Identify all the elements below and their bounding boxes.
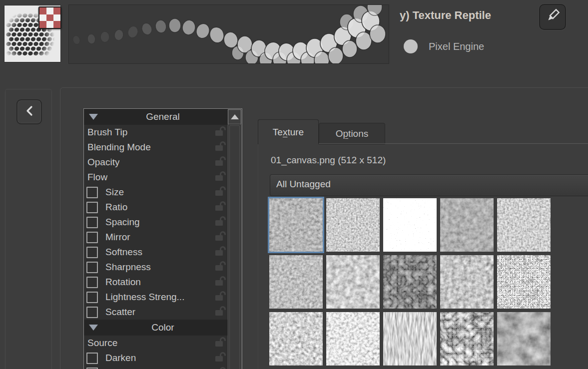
texture-swatch-soft-noise[interactable] (440, 198, 494, 252)
scroll-up-button[interactable] (228, 109, 241, 124)
param-row-ratio[interactable]: Ratio (84, 200, 228, 215)
param-row-spacing[interactable]: Spacing (84, 215, 228, 230)
lock-icon[interactable] (215, 261, 226, 271)
param-label: Softness (105, 247, 142, 258)
param-lock[interactable] (215, 246, 226, 259)
param-lock[interactable] (215, 126, 226, 139)
lock-icon[interactable] (215, 186, 226, 196)
texture-swatch-swirl-marble[interactable] (440, 312, 494, 366)
texture-swatch-fibers[interactable] (440, 255, 494, 309)
texture-swatch-fine-canvas[interactable] (269, 255, 323, 309)
lock-icon[interactable] (215, 367, 226, 369)
section-header-general[interactable]: General (84, 109, 228, 125)
texture-swatch-plaster[interactable] (326, 255, 380, 309)
texture-swatch-bark-streaks[interactable] (383, 312, 437, 366)
param-checkbox[interactable] (86, 247, 98, 258)
section-collapse-triangle-icon[interactable] (89, 114, 98, 120)
texture-swatch-scratches[interactable] (326, 312, 380, 366)
param-list-scrollbar[interactable] (228, 109, 241, 369)
texture-swatch-coarse-noise[interactable] (269, 312, 323, 366)
param-checkbox[interactable] (86, 187, 98, 198)
lock-icon[interactable] (215, 156, 226, 166)
lock-icon[interactable] (215, 337, 226, 347)
rename-preset-button[interactable] (539, 4, 566, 30)
tag-filter-combobox[interactable]: All Untagged (270, 174, 588, 196)
param-lock[interactable] (215, 216, 226, 229)
lock-icon[interactable] (215, 246, 226, 256)
param-checkbox[interactable] (86, 202, 98, 213)
lock-icon[interactable] (215, 141, 226, 151)
tab-options[interactable]: Options (319, 123, 385, 144)
param-row-mix[interactable]: Mix (84, 366, 228, 369)
param-checkbox[interactable] (86, 353, 98, 364)
presets-side-panel (5, 89, 52, 369)
param-lock[interactable] (215, 367, 226, 369)
param-label: Opacity (87, 157, 119, 168)
tab-label-part: Te (273, 127, 283, 138)
texture-swatch-canvas-weave[interactable] (269, 198, 323, 252)
texture-swatch-speckle[interactable] (497, 198, 551, 252)
param-list-rows: GeneralBrush TipBlending ModeOpacityFlow… (84, 109, 228, 369)
param-checkbox[interactable] (86, 262, 98, 273)
param-checkbox[interactable] (86, 217, 98, 228)
texture-swatch-dark-rock[interactable] (497, 312, 551, 366)
param-checkbox[interactable] (86, 292, 98, 303)
param-checkbox[interactable] (86, 232, 98, 243)
up-arrow-icon (231, 114, 239, 119)
section-header-color[interactable]: Color (84, 320, 228, 336)
stroke-preview-drawing (69, 5, 389, 65)
lock-icon[interactable] (215, 306, 226, 316)
param-row-scatter[interactable]: Scatter (84, 305, 228, 320)
texture-swatch-dark-ripples[interactable] (383, 255, 437, 309)
param-lock[interactable] (215, 276, 226, 289)
param-lock[interactable] (215, 337, 226, 350)
param-label: Sharpness (105, 262, 151, 273)
param-row-brush-tip[interactable]: Brush Tip (84, 125, 228, 140)
section-label: General (98, 111, 228, 122)
tab-label-part: ture (287, 127, 304, 138)
param-checkbox[interactable] (86, 368, 98, 369)
param-row-flow[interactable]: Flow (84, 170, 228, 185)
param-row-sharpness[interactable]: Sharpness (84, 260, 228, 275)
texture-swatch-light-mesh[interactable] (497, 255, 551, 309)
param-lock[interactable] (215, 156, 226, 169)
section-collapse-triangle-icon[interactable] (89, 325, 98, 331)
param-lock[interactable] (215, 171, 226, 184)
param-lock[interactable] (215, 231, 226, 244)
lock-icon[interactable] (215, 126, 226, 136)
param-row-size[interactable]: Size (84, 185, 228, 200)
param-checkbox[interactable] (86, 277, 98, 288)
chevron-left-icon (22, 103, 37, 120)
param-lock[interactable] (215, 306, 226, 319)
lock-icon[interactable] (215, 352, 226, 362)
param-lock[interactable] (215, 261, 226, 274)
param-row-blending-mode[interactable]: Blending Mode (84, 140, 228, 155)
lock-icon[interactable] (215, 276, 226, 286)
param-checkbox[interactable] (86, 307, 98, 318)
preset-thumbnail (4, 5, 61, 62)
lock-icon[interactable] (215, 231, 226, 241)
param-lock[interactable] (215, 141, 226, 154)
param-row-rotation[interactable]: Rotation (84, 275, 228, 290)
collapse-panel-button[interactable] (16, 99, 42, 124)
lock-icon[interactable] (215, 171, 226, 181)
param-row-mirror[interactable]: Mirror (84, 230, 228, 245)
texture-swatch-halftone-grid[interactable] (383, 198, 437, 252)
param-lock[interactable] (215, 291, 226, 304)
lock-icon[interactable] (215, 216, 226, 226)
param-row-source[interactable]: Source (84, 336, 228, 351)
param-row-softness[interactable]: Softness (84, 245, 228, 260)
param-row-darken[interactable]: Darken (84, 351, 228, 366)
texture-swatch-rough-grain[interactable] (326, 198, 380, 252)
param-lock[interactable] (215, 186, 226, 199)
lock-icon[interactable] (215, 291, 226, 301)
tab-texture[interactable]: Texture (258, 119, 319, 144)
param-row-opacity[interactable]: Opacity (84, 155, 228, 170)
scrollbar-thumb[interactable] (229, 125, 240, 369)
scrollbar-track[interactable] (228, 124, 241, 369)
param-lock[interactable] (215, 201, 226, 214)
param-label: Rotation (105, 277, 141, 288)
lock-icon[interactable] (215, 201, 226, 211)
param-lock[interactable] (215, 352, 226, 365)
param-row-lightness-streng[interactable]: Lightness Streng... (84, 290, 228, 305)
